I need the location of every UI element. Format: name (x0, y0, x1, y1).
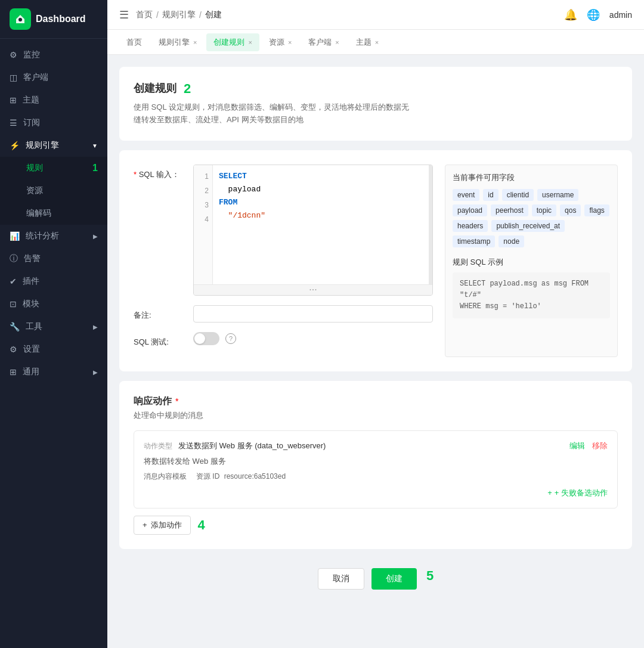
sidebar-item-plugins[interactable]: ✔ 插件 (0, 270, 107, 293)
tab-topics-close[interactable]: × (375, 39, 379, 46)
editor-drag-handle[interactable]: ··· (194, 284, 432, 295)
editor-resize-handle[interactable] (429, 165, 432, 284)
edit-action-link[interactable]: 编辑 (569, 441, 585, 451)
field-qos[interactable]: qos (560, 204, 581, 216)
field-publish-received-at[interactable]: publish_received_at (491, 220, 565, 232)
globe-icon[interactable]: 🌐 (587, 8, 600, 21)
field-username[interactable]: username (537, 189, 578, 201)
field-headers[interactable]: headers (453, 220, 488, 232)
sql-form-right: 当前事件可用字段 event id clientid username payl… (445, 165, 618, 357)
rules-subnav: 规则 1 资源 编解码 (0, 157, 107, 225)
rules-icon: ⚡ (10, 141, 20, 150)
sql-example-title: 规则 SQL 示例 (453, 257, 610, 268)
topbar: ☰ 首页 / 规则引擎 / 创建 🔔 🌐 admin (107, 0, 644, 30)
stats-icon: 📊 (10, 231, 20, 241)
tab-clients-label: 客户端 (308, 37, 332, 48)
sidebar-item-rules-engine[interactable]: ⚡ 规则引擎 ▼ (0, 134, 107, 157)
field-flags[interactable]: flags (584, 204, 609, 216)
breadcrumb: 首页 / 规则引擎 / 创建 (136, 10, 222, 20)
code-line-1: SELECT (219, 170, 423, 183)
field-id[interactable]: id (483, 189, 498, 201)
line-num-4: 4 (205, 213, 209, 226)
breadcrumb-rules-engine[interactable]: 规则引擎 (162, 10, 196, 20)
fallback-action-link[interactable]: + + 失败备选动作 (547, 488, 608, 498)
sidebar-item-tools[interactable]: 🔧 工具 ▶ (0, 315, 107, 338)
sidebar-item-settings[interactable]: ⚙ 设置 (0, 338, 107, 361)
logo-icon (10, 8, 31, 30)
sql-editor[interactable]: 1 2 3 4 SELECT payload FROM (193, 165, 433, 296)
tab-resources[interactable]: 资源 × (262, 33, 299, 51)
sql-test-toggle[interactable] (193, 332, 219, 345)
tab-create-rule-close[interactable]: × (248, 39, 252, 46)
sidebar-item-general[interactable]: ⊞ 通用 ▶ (0, 361, 107, 383)
chevron-right-icon-2: ▶ (93, 324, 98, 330)
sidebar-item-stats[interactable]: 📊 统计分析 ▶ (0, 225, 107, 247)
help-icon[interactable]: ? (225, 333, 236, 344)
menu-icon[interactable]: ☰ (119, 8, 129, 21)
sidebar-item-resources[interactable]: 资源 (0, 179, 107, 202)
monitor-icon: ⚙ (10, 50, 17, 60)
sql-example-code: SELECT payload.msg as msg FROM "t/#" WHE… (453, 272, 610, 319)
tab-create-rule[interactable]: 创建规则 × (206, 33, 259, 51)
action-desc: 处理命中规则的消息 (134, 410, 618, 421)
field-event[interactable]: event (453, 189, 479, 201)
step-4-badge: 4 (198, 517, 205, 533)
create-button[interactable]: 创建 (371, 568, 417, 590)
sql-example-line2: WHERE msg = 'hello' (460, 301, 603, 312)
notification-icon[interactable]: 🔔 (564, 8, 577, 21)
sql-test-row: SQL 测试: ? (134, 332, 433, 348)
logo-area: Dashboard (0, 0, 107, 39)
tab-rules-engine[interactable]: 规则引擎 × (151, 33, 204, 51)
field-node[interactable]: node (499, 235, 524, 247)
fields-title: 当前事件可用字段 (453, 172, 610, 183)
sidebar-item-codec[interactable]: 编解码 (0, 202, 107, 225)
field-timestamp[interactable]: timestamp (453, 235, 495, 247)
tab-resources-close[interactable]: × (288, 39, 292, 46)
action-title: 响应动作 (134, 395, 172, 408)
action-title-row: 响应动作 * (134, 395, 618, 408)
settings-icon: ⚙ (10, 345, 17, 354)
line-num-1: 1 (205, 170, 209, 183)
tab-home[interactable]: 首页 (119, 33, 149, 51)
field-clientid[interactable]: clientid (502, 189, 534, 201)
sidebar-item-modules[interactable]: ⊡ 模块 (0, 293, 107, 315)
subscriptions-icon: ☰ (10, 118, 17, 128)
remove-action-link[interactable]: 移除 (592, 441, 608, 451)
sql-editor-control: 1 2 3 4 SELECT payload FROM (193, 165, 433, 296)
tab-clients[interactable]: 客户端 × (301, 33, 346, 51)
meta-label2: 资源 ID resource:6a5103ed (196, 472, 286, 482)
field-topic[interactable]: topic (532, 204, 556, 216)
topbar-left: ☰ 首页 / 规则引擎 / 创建 (119, 8, 222, 21)
toggle-knob (194, 333, 205, 344)
add-action-button[interactable]: + 添加动作 (134, 516, 191, 535)
action-required-mark: * (175, 396, 178, 406)
breadcrumb-home[interactable]: 首页 (136, 10, 153, 20)
sidebar-item-rule[interactable]: 规则 1 (0, 157, 107, 179)
field-payload[interactable]: payload (453, 204, 487, 216)
tab-resources-label: 资源 (269, 37, 284, 48)
topbar-right: 🔔 🌐 admin (564, 8, 632, 21)
remark-control (193, 305, 433, 323)
step-2-badge: 2 (184, 81, 191, 97)
sidebar-item-clients[interactable]: ◫ 客户端 (0, 66, 107, 89)
bottom-bar: 取消 创建 5 (119, 559, 632, 599)
editor-lines[interactable]: SELECT payload FROM "/1dcnn" (213, 165, 429, 284)
cancel-button[interactable]: 取消 (318, 568, 364, 590)
svg-point-0 (18, 18, 22, 21)
sidebar-item-topics[interactable]: ⊞ 主题 (0, 89, 107, 111)
drag-dots: ··· (309, 284, 317, 295)
field-peerhost[interactable]: peerhost (491, 204, 528, 216)
tab-clients-close[interactable]: × (335, 39, 339, 46)
sql-section-card: * SQL 输入： 1 2 3 4 (119, 150, 632, 371)
sidebar-item-subscriptions[interactable]: ☰ 订阅 (0, 111, 107, 134)
remark-row: 备注: (134, 305, 433, 323)
sidebar-item-alerts[interactable]: ⓘ 告警 (0, 247, 107, 270)
remark-input[interactable] (193, 305, 433, 323)
tab-topics[interactable]: 主题 × (349, 33, 386, 51)
action-card: 动作类型 发送数据到 Web 服务 (data_to_webserver) 编辑… (134, 430, 618, 509)
tab-rules-engine-close[interactable]: × (193, 39, 197, 46)
sidebar-item-monitor[interactable]: ⚙ 监控 (0, 44, 107, 66)
editor-gutter: 1 2 3 4 (194, 165, 213, 284)
sidebar-nav: ⚙ 监控 ◫ 客户端 ⊞ 主题 ☰ 订阅 ⚡ 规则引擎 ▼ 规则 1 资源 (0, 39, 107, 648)
tab-create-rule-label: 创建规则 (213, 37, 244, 48)
